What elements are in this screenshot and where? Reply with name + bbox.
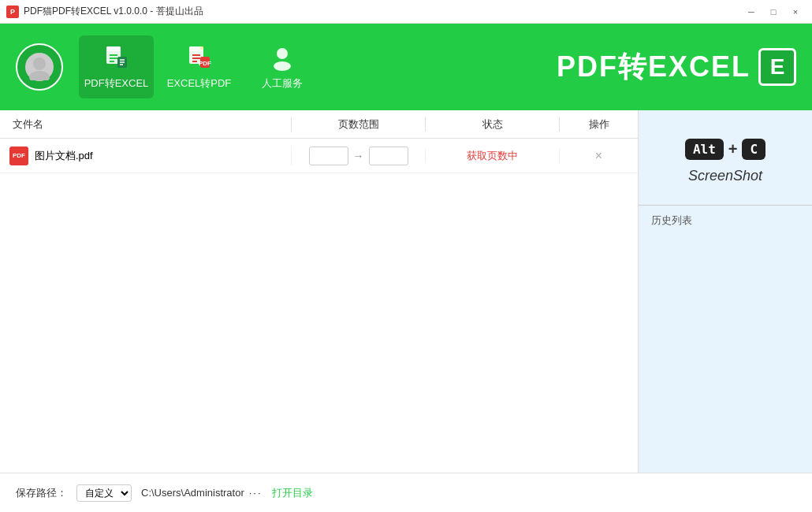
c-key-badge: C — [742, 139, 765, 160]
history-label: 历史列表 — [639, 206, 705, 236]
nav-pdf-to-excel[interactable]: PDF转EXCEL — [79, 35, 154, 98]
table-header: 文件名 页数范围 状态 操作 — [0, 110, 638, 139]
save-path: C:\Users\Administrator ··· — [141, 487, 263, 499]
avatar-icon — [25, 53, 54, 81]
path-dots: ··· — [249, 487, 263, 499]
nav-manual-service-label: 人工服务 — [262, 76, 303, 91]
col-header-pagerange: 页数范围 — [291, 117, 425, 132]
delete-file-button[interactable]: × — [595, 149, 602, 163]
excel-to-pdf-icon: PDF — [185, 43, 214, 72]
toolbar-title-text: PDF转EXCEL — [557, 48, 751, 87]
file-action-cell: × — [559, 149, 638, 163]
close-button[interactable]: × — [785, 4, 806, 20]
toolbar: PDF转EXCEL PDF EXCEL转PDF — [0, 24, 812, 110]
col-header-filename: 文件名 — [0, 117, 291, 132]
svg-point-19 — [277, 48, 288, 59]
file-name-text: 图片文档.pdf — [35, 149, 93, 163]
save-path-label: 保存路径： — [16, 486, 67, 500]
nav-excel-to-pdf[interactable]: PDF EXCEL转PDF — [162, 35, 237, 98]
app-title: PDF猫PDF转EXCEL v1.0.0.0 - 菩提山出品 — [24, 5, 203, 18]
file-row-name: PDF 图片文档.pdf — [0, 147, 291, 165]
svg-rect-13 — [189, 46, 203, 51]
page-end-input[interactable] — [369, 147, 408, 165]
pdf-file-icon: PDF — [9, 147, 28, 165]
page-start-input[interactable] — [309, 147, 348, 165]
shortcut-row: Alt + C — [685, 139, 765, 160]
page-range-cell: → — [291, 147, 425, 165]
col-header-status: 状态 — [425, 117, 559, 132]
plus-sign: + — [728, 140, 738, 158]
manual-service-icon — [268, 43, 296, 72]
user-avatar[interactable] — [16, 43, 63, 91]
table-row: PDF 图片文档.pdf → 获取页数中 × — [0, 139, 638, 173]
sidebar: Alt + C ScreenShot 历史列表 — [639, 110, 812, 473]
pdf-to-excel-icon — [102, 43, 131, 72]
svg-text:PDF: PDF — [199, 60, 211, 67]
open-dir-button[interactable]: 打开目录 — [272, 486, 313, 500]
screenshot-label: ScreenShot — [688, 168, 762, 184]
save-select-wrap: 自定义 — [76, 484, 132, 502]
svg-point-20 — [274, 61, 291, 71]
screenshot-box: Alt + C ScreenShot — [672, 126, 778, 197]
nav-manual-service[interactable]: 人工服务 — [244, 35, 319, 98]
main-area: 文件名 页数范围 状态 操作 PDF 图片文档.pdf → 获取页数中 × — [0, 110, 812, 473]
nav-excel-to-pdf-label: EXCEL转PDF — [167, 76, 232, 91]
file-status-cell: 获取页数中 — [425, 149, 559, 163]
toolbar-nav: PDF转EXCEL PDF EXCEL转PDF — [79, 35, 319, 98]
nav-pdf-to-excel-label: PDF转EXCEL — [84, 76, 149, 91]
alt-key-badge: Alt — [685, 139, 724, 160]
save-mode-select[interactable]: 自定义 — [76, 484, 132, 502]
minimize-button[interactable]: ─ — [741, 4, 762, 20]
svg-point-1 — [29, 71, 50, 80]
bottom-bar: 保存路径： 自定义 C:\Users\Administrator ··· 打开目… — [0, 473, 812, 512]
svg-point-0 — [33, 58, 46, 70]
toolbar-title-badge: E — [758, 48, 796, 86]
svg-rect-3 — [106, 46, 121, 51]
save-path-text: C:\Users\Administrator — [141, 487, 244, 499]
title-bar-left: P PDF猫PDF转EXCEL v1.0.0.0 - 菩提山出品 — [6, 5, 203, 18]
col-header-action: 操作 — [559, 117, 638, 132]
title-bar: P PDF猫PDF转EXCEL v1.0.0.0 - 菩提山出品 ─ □ × — [0, 0, 812, 24]
toolbar-title: PDF转EXCEL E — [557, 48, 796, 87]
file-area: 文件名 页数范围 状态 操作 PDF 图片文档.pdf → 获取页数中 × — [0, 110, 639, 473]
app-logo: P — [6, 6, 19, 18]
arrow-icon: → — [353, 150, 364, 162]
window-controls: ─ □ × — [741, 4, 806, 20]
maximize-button[interactable]: □ — [763, 4, 784, 20]
